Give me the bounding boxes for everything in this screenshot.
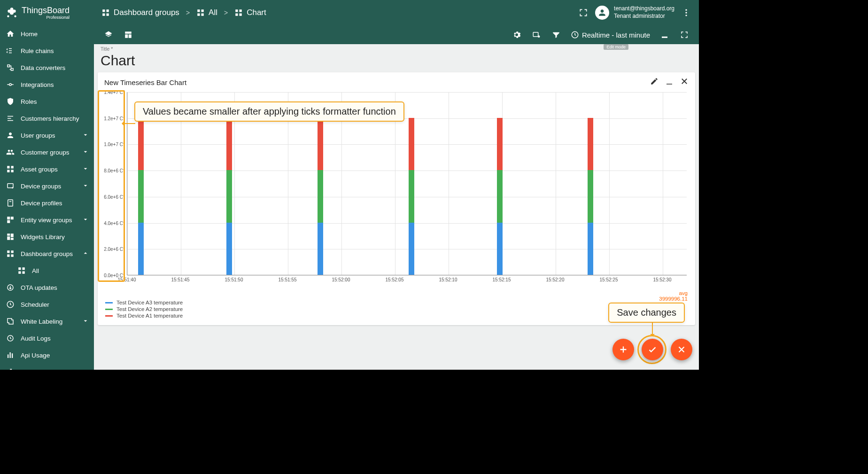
page-title[interactable]: Chart: [101, 53, 695, 69]
sidebar-item-home[interactable]: Home: [0, 25, 94, 42]
svg-rect-11: [7, 220, 10, 223]
chevron-down-icon: [82, 216, 89, 225]
svg-rect-28: [10, 352, 11, 358]
bar-segment: [226, 170, 232, 222]
chevron-down-icon: [82, 182, 89, 191]
legend-item[interactable]: Test Device A3 temperature: [105, 300, 183, 305]
cancel-fab[interactable]: [671, 339, 692, 360]
chevron-down-icon: [82, 131, 89, 140]
sidebar-item-entity-view-groups[interactable]: Entity view groups: [0, 211, 94, 228]
sidebar: ThingsBoard Professional HomeRule chains…: [0, 0, 94, 370]
content-area: Title * Chart Edit mode New Timeseries B…: [94, 44, 699, 370]
edit-widget-icon[interactable]: [650, 77, 659, 87]
brand-name: ThingsBoard: [22, 6, 70, 15]
export-icon[interactable]: [659, 30, 670, 40]
topbar: Dashboard groups > All > Chart tenant@th…: [94, 0, 699, 25]
sidebar-item-label: Asset groups: [21, 166, 58, 173]
bar-segment: [138, 118, 144, 170]
sidebar-item-customers-hierarchy[interactable]: Customers hierarchy: [0, 110, 94, 127]
sidebar-item-label: Data converters: [21, 64, 65, 71]
svg-rect-39: [240, 9, 242, 12]
download-widget-icon[interactable]: [665, 77, 674, 87]
filter-icon[interactable]: [551, 30, 561, 40]
sidebar-item-api-usage[interactable]: Api Usage: [0, 347, 94, 364]
sidebar-item-label: Api Usage: [21, 352, 50, 359]
chart-legend: Test Device A3 temperatureTest Device A2…: [105, 299, 183, 319]
chart-widget[interactable]: New Timeseries Bar Chart 0.0e+0 C°2.0e+6…: [98, 72, 695, 325]
svg-rect-41: [240, 14, 242, 16]
sidebar-item-integrations[interactable]: Integrations: [0, 76, 94, 93]
sidebar-item-white-labeling[interactable]: White Labeling: [0, 313, 94, 330]
x-tick-label: 15:52:00: [332, 277, 350, 282]
sidebar-item-ota-updates[interactable]: OTA updates: [0, 279, 94, 296]
sidebar-item-label: Entity view groups: [21, 217, 72, 224]
sidebar-item-user-groups[interactable]: User groups: [0, 127, 94, 144]
sidebar-item-label: All: [32, 267, 39, 274]
svg-rect-32: [102, 14, 105, 16]
bar-segment: [138, 223, 144, 275]
user-email: tenant@thingsboard.org: [614, 5, 674, 13]
sidebar-item-roles[interactable]: Roles: [0, 93, 94, 110]
save-fab[interactable]: [642, 339, 663, 360]
bar-group: [409, 118, 414, 275]
svg-rect-31: [107, 9, 109, 12]
layouts-icon[interactable]: [123, 30, 133, 40]
breadcrumb-root[interactable]: Dashboard groups: [101, 8, 179, 17]
more-icon[interactable]: [681, 8, 691, 18]
bar-segment: [497, 170, 503, 222]
breadcrumb-separator: >: [186, 9, 190, 16]
breadcrumb-separator: >: [224, 9, 228, 16]
bar-segment: [226, 223, 232, 275]
annotation-save-callout: Save changes: [608, 303, 685, 323]
legend-item[interactable]: Test Device A1 temperature: [105, 313, 183, 319]
y-tick-label: 1.4e+7 C°: [104, 90, 125, 95]
asset-icon: [6, 164, 15, 174]
sidebar-item-data-converters[interactable]: Data converters: [0, 59, 94, 76]
annotation-ticks-callout: Values became smaller after applying tic…: [134, 101, 404, 122]
sidebar-item-audit-logs[interactable]: Audit Logs: [0, 330, 94, 347]
bar-segment: [588, 118, 593, 170]
bar-segment: [409, 118, 414, 170]
sidebar-item-device-profiles[interactable]: Device profiles: [0, 194, 94, 211]
remove-widget-icon[interactable]: [680, 77, 689, 87]
svg-rect-40: [235, 14, 238, 16]
add-widget-fab[interactable]: [612, 339, 634, 360]
fab-row: [612, 339, 692, 360]
bar-segment: [409, 170, 414, 222]
widget-title: New Timeseries Bar Chart: [104, 78, 644, 86]
timewindow-button[interactable]: Realtime - last minute: [571, 31, 650, 39]
sidebar-item-scheduler[interactable]: Scheduler: [0, 296, 94, 313]
fullscreen-icon[interactable]: [578, 8, 589, 18]
svg-rect-38: [235, 9, 238, 12]
layers-icon[interactable]: [103, 30, 114, 40]
svg-rect-46: [125, 34, 128, 38]
user-menu[interactable]: tenant@thingsboard.org Tenant administra…: [595, 5, 674, 20]
sidebar-item-all[interactable]: All: [0, 262, 94, 279]
sidebar-item-label: Integrations: [21, 81, 54, 88]
sidebar-item-asset-groups[interactable]: Asset groups: [0, 161, 94, 178]
user-icon: [6, 131, 15, 140]
svg-rect-16: [7, 250, 9, 253]
sidebar-item-label: Dashboard groups: [21, 250, 73, 257]
sidebar-item-rule-chains[interactable]: Rule chains: [0, 42, 94, 59]
legend-swatch: [105, 309, 113, 310]
sidebar-item-customer-groups[interactable]: Customer groups: [0, 144, 94, 161]
dashboard-toolbar: Realtime - last minute: [94, 25, 699, 44]
group-icon: [6, 148, 15, 157]
svg-rect-34: [197, 9, 200, 12]
sidebar-item-widgets-library[interactable]: Widgets Library: [0, 228, 94, 245]
sidebar-item-system-settings[interactable]: System Settings: [0, 364, 94, 370]
fullscreen-toggle-icon[interactable]: [679, 30, 690, 40]
settings-icon[interactable]: [512, 30, 522, 40]
whitelabel-icon: [6, 317, 15, 326]
breadcrumb-group[interactable]: All: [196, 8, 217, 17]
logo[interactable]: ThingsBoard Professional: [0, 0, 94, 25]
legend-item[interactable]: Test Device A2 temperature: [105, 306, 183, 312]
breadcrumb-current[interactable]: Chart: [234, 8, 266, 17]
sidebar-item-device-groups[interactable]: Device groups: [0, 178, 94, 194]
x-tick-label: 15:52:30: [653, 277, 672, 282]
sidebar-item-dashboard-groups[interactable]: Dashboard groups: [0, 245, 94, 262]
hierarchy-icon: [6, 114, 15, 123]
entity-alias-icon[interactable]: [531, 30, 542, 40]
legend-aggregation: avg 3999996.11: [659, 290, 688, 302]
